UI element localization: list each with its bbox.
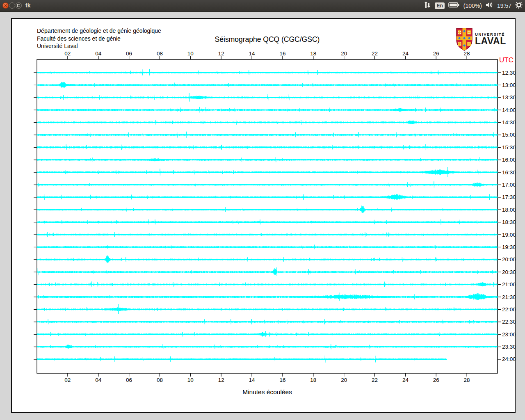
utc-time-label: 23:30 — [502, 344, 516, 350]
utc-time-label: 17:00 — [502, 182, 516, 188]
x-tick-label-bottom: 26 — [433, 377, 439, 383]
battery-percentage[interactable]: (100%) — [463, 2, 482, 9]
battery-icon[interactable] — [448, 2, 460, 10]
helicorder-plot: 0202040406060808101012121414161618182020… — [34, 50, 517, 386]
x-tick-label-top: 12 — [218, 50, 224, 57]
seismogram-trace-13:00 — [37, 82, 498, 88]
clock[interactable]: 19:57 — [497, 2, 511, 9]
plot-frame — [37, 59, 498, 373]
laval-wordmark-line2: LAVAL — [475, 37, 506, 46]
seismogram-trace-15:30 — [37, 144, 498, 150]
seismogram-trace-21:00 — [37, 282, 498, 287]
x-tick-label-bottom: 28 — [464, 377, 470, 383]
system-tray: En (100%) 19:57 — [423, 0, 523, 11]
x-tick-label-top: 18 — [310, 50, 316, 57]
seismogram-trace-22:30 — [37, 319, 498, 324]
x-tick-label-top: 10 — [187, 50, 194, 57]
utc-time-label: 16:00 — [502, 157, 516, 163]
utc-time-label: 18:00 — [502, 207, 516, 213]
utc-time-label: 24:00 — [502, 356, 516, 362]
utc-time-label: 20:00 — [502, 256, 516, 262]
seismogram-trace-14:00 — [37, 107, 498, 113]
x-tick-label-top: 26 — [433, 50, 439, 57]
seismogram-trace-16:00 — [37, 157, 498, 162]
window-minimize-button[interactable]: – — [9, 2, 15, 9]
seismogram-trace-16:30 — [37, 167, 498, 177]
x-tick-label-bottom: 16 — [279, 377, 285, 383]
laval-wordmark: UNIVERSITÉ LAVAL — [475, 32, 506, 46]
institution-line-1: Département de géologie et de génie géol… — [37, 27, 161, 35]
x-tick-label-bottom: 10 — [187, 377, 194, 383]
utc-time-label: 15:30 — [502, 144, 516, 151]
utc-time-label: 15:00 — [502, 132, 516, 138]
chart-title: Séismographe QCQ (CGC/GSC) — [37, 35, 498, 44]
seismogram-trace-18:30 — [37, 219, 498, 225]
seismogram-trace-17:00 — [37, 181, 498, 187]
seismogram-trace-23:30 — [37, 344, 498, 349]
seismograph-canvas: Département de géologie et de génie géol… — [11, 18, 516, 413]
seismogram-trace-22:00 — [37, 304, 498, 314]
x-tick-label-bottom: 08 — [157, 377, 163, 383]
seismogram-trace-20:30 — [37, 267, 498, 276]
utc-time-label: 21:30 — [502, 294, 516, 300]
x-tick-label-top: 20 — [341, 50, 347, 57]
laval-shield-icon — [456, 28, 473, 51]
utc-time-label: 22:00 — [502, 306, 516, 313]
seismogram-trace-24:00 — [37, 356, 447, 363]
window-maximize-button[interactable] — [16, 2, 22, 9]
x-tick-label-top: 04 — [95, 50, 102, 57]
utc-time-label: 13:00 — [502, 82, 516, 88]
utc-time-label: 12:30 — [502, 70, 516, 76]
window-title: tk — [25, 2, 30, 9]
utc-time-label: 17:30 — [502, 194, 516, 200]
seismogram-trace-17:30 — [37, 194, 498, 200]
utc-time-label: 19:30 — [502, 244, 516, 250]
x-tick-label-bottom: 02 — [64, 377, 71, 383]
seismogram-trace-23:00 — [37, 331, 498, 337]
seismogram-trace-12:30 — [37, 69, 498, 75]
laval-logo: UNIVERSITÉ LAVAL — [456, 28, 509, 51]
seismogram-trace-14:30 — [37, 120, 498, 125]
seismogram-trace-18:00 — [37, 205, 498, 213]
x-tick-label-bottom: 12 — [218, 377, 224, 383]
volume-icon[interactable] — [486, 2, 493, 10]
x-tick-label-top: 02 — [64, 50, 71, 57]
utc-time-label: 22:30 — [502, 319, 516, 325]
x-tick-label-top: 16 — [279, 50, 285, 57]
seismogram-trace-20:00 — [37, 255, 498, 263]
utc-time-label: 14:00 — [502, 107, 516, 113]
text-direction-arrows-icon[interactable] — [423, 1, 431, 10]
utc-time-label: 18:30 — [502, 219, 516, 225]
utc-time-label: 16:30 — [502, 169, 516, 176]
x-tick-label-bottom: 04 — [95, 377, 102, 383]
x-tick-label-bottom: 24 — [402, 377, 409, 383]
x-tick-label-bottom: 18 — [310, 377, 316, 383]
x-tick-label-top: 22 — [372, 50, 378, 57]
utc-time-label: 14:30 — [502, 119, 516, 126]
seismogram-trace-19:30 — [37, 245, 498, 249]
x-tick-label-bottom: 14 — [249, 377, 256, 383]
window-close-button[interactable]: ✕ — [2, 2, 9, 9]
x-tick-label-bottom: 20 — [341, 377, 347, 383]
keyboard-layout-indicator[interactable]: En — [435, 2, 444, 9]
x-tick-label-top: 06 — [126, 50, 132, 57]
x-tick-label-bottom: 06 — [126, 377, 132, 383]
session-gear-icon[interactable] — [515, 1, 523, 10]
seismogram-trace-15:00 — [37, 132, 498, 138]
seismogram-trace-13:30 — [37, 93, 498, 101]
x-tick-label-bottom: 22 — [372, 377, 378, 383]
x-tick-label-top: 08 — [157, 50, 163, 57]
top-panel: ✕ – tk En (100%) — [0, 0, 525, 12]
x-tick-label-top: 24 — [402, 50, 409, 57]
utc-time-label: 13:30 — [502, 94, 516, 100]
x-axis-label: Minutes écoulées — [37, 388, 498, 396]
seismogram-trace-19:00 — [37, 232, 498, 237]
seismogram-trace-21:30 — [37, 292, 498, 301]
x-tick-label-top: 28 — [464, 50, 470, 57]
x-tick-label-top: 14 — [249, 50, 256, 57]
utc-time-label: 21:00 — [502, 281, 516, 288]
utc-time-label: 23:00 — [502, 331, 516, 338]
utc-time-label: 19:00 — [502, 232, 516, 238]
utc-time-label: 20:30 — [502, 269, 516, 275]
